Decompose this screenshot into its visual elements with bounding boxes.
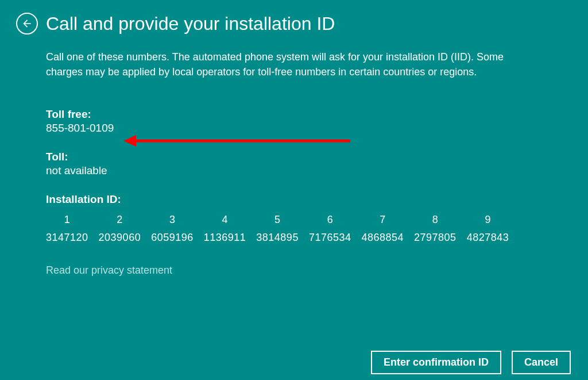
cancel-button[interactable]: Cancel (512, 351, 571, 374)
iid-col-value: 4868854 (361, 232, 404, 244)
iid-col-index: 1 (64, 214, 70, 226)
iid-col-index: 3 (169, 214, 175, 226)
iid-column: 3 6059196 (151, 214, 194, 244)
footer-buttons: Enter confirmation ID Cancel (371, 351, 571, 374)
iid-col-value: 6059196 (151, 232, 194, 244)
toll-value: not available (46, 164, 542, 177)
back-button[interactable] (16, 13, 38, 34)
description-text: Call one of these numbers. The automated… (46, 49, 542, 79)
iid-column: 8 2797805 (414, 214, 457, 244)
iid-col-value: 3814895 (256, 232, 299, 244)
iid-col-value: 1136911 (204, 232, 246, 244)
iid-col-value: 4827843 (467, 232, 509, 244)
header: Call and provide your installation ID (0, 0, 588, 40)
toll-free-label: Toll free: (46, 108, 542, 121)
page-title: Call and provide your installation ID (46, 13, 335, 34)
iid-col-value: 7176534 (309, 232, 351, 244)
iid-col-value: 3147120 (46, 232, 88, 244)
iid-column: 5 3814895 (256, 214, 299, 244)
toll-label: Toll: (46, 151, 542, 163)
iid-column: 6 7176534 (309, 214, 351, 244)
iid-col-index: 4 (222, 214, 228, 226)
toll-free-number: 855-801-0109 (46, 122, 542, 135)
iid-column: 9 4827843 (467, 214, 509, 244)
iid-col-index: 8 (432, 214, 438, 226)
iid-col-index: 9 (485, 214, 490, 226)
back-arrow-icon (21, 18, 33, 29)
iid-column: 4 1136911 (204, 214, 246, 244)
iid-column: 7 4868854 (361, 214, 404, 244)
iid-col-index: 6 (327, 214, 333, 226)
iid-column: 1 3147120 (46, 214, 88, 244)
content-area: Call one of these numbers. The automated… (0, 40, 588, 277)
iid-col-index: 2 (117, 214, 122, 226)
iid-col-value: 2039060 (99, 232, 141, 244)
installation-id-label: Installation ID: (46, 193, 542, 206)
installation-id-table: 1 3147120 2 2039060 3 6059196 4 1136911 … (46, 214, 542, 244)
iid-col-value: 2797805 (414, 232, 457, 244)
iid-column: 2 2039060 (99, 214, 141, 244)
iid-col-index: 5 (274, 214, 280, 226)
enter-confirmation-button[interactable]: Enter confirmation ID (371, 351, 501, 374)
iid-col-index: 7 (380, 214, 385, 226)
privacy-link[interactable]: Read our privacy statement (46, 264, 542, 277)
